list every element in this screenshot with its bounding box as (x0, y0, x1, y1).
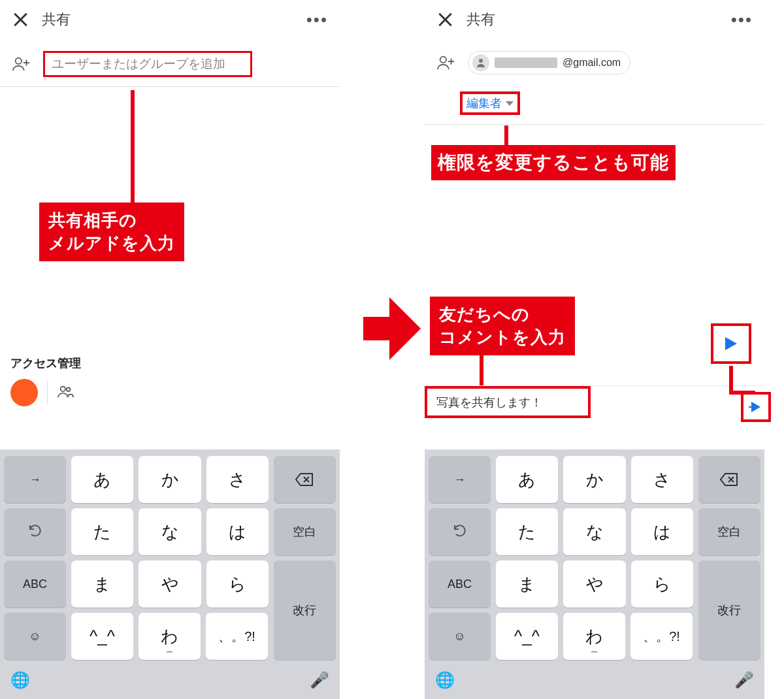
key-na[interactable]: な (139, 508, 201, 555)
key-punct[interactable]: 、。?! (630, 613, 693, 660)
key-return[interactable]: 改行 (698, 561, 760, 660)
header: 共有 ••• (425, 0, 764, 39)
mic-icon[interactable]: 🎤 (310, 671, 329, 689)
key-tab[interactable]: → (429, 456, 491, 503)
key-na[interactable]: な (563, 508, 625, 555)
callout-comment: 友だちへの コメントを入力 (430, 297, 575, 355)
connector-line (729, 366, 733, 392)
globe-icon[interactable]: 🌐 (10, 671, 30, 689)
key-ma[interactable]: ま (71, 561, 133, 608)
redacted-name (495, 57, 557, 68)
key-wa[interactable]: わー (139, 613, 201, 660)
connector-line (504, 125, 508, 145)
key-space[interactable]: 空白 (698, 508, 760, 555)
key-ha[interactable]: は (631, 508, 693, 555)
globe-icon[interactable]: 🌐 (435, 671, 455, 689)
key-emoji[interactable]: ☺ (429, 613, 491, 660)
key-a[interactable]: あ (496, 456, 558, 503)
key-emo-face[interactable]: ^_^ (496, 613, 558, 660)
avatar-icon (472, 54, 489, 71)
recipient-chip[interactable]: @gmail.com (468, 51, 630, 74)
recipient-input[interactable] (52, 57, 244, 71)
add-person-icon (12, 56, 31, 72)
callout-recipient: 共有相手の メルアドを入力 (39, 203, 184, 261)
key-ka[interactable]: か (563, 456, 625, 503)
role-label: 編集者 (466, 95, 502, 111)
svg-point-2 (67, 387, 71, 391)
connector-line (131, 90, 135, 208)
keyboard: → あ か さ た な は 空白 ABC ま や ら 改行 ☺ ^_^ わー 、… (425, 449, 764, 699)
key-delete[interactable] (698, 456, 760, 503)
key-return[interactable]: 改行 (274, 561, 336, 660)
key-sa[interactable]: さ (631, 456, 693, 503)
svg-point-0 (16, 58, 22, 64)
keyboard: → あ か さ た な は 空白 ABC ま や ら 改行 ☺ ^_^ わー 、… (0, 449, 340, 699)
send-button[interactable] (741, 392, 771, 422)
key-emo-face[interactable]: ^_^ (71, 613, 133, 660)
svg-point-1 (61, 387, 65, 391)
key-ya[interactable]: や (139, 561, 201, 608)
recipient-input-outline (43, 51, 252, 77)
message-input-outline (425, 386, 591, 418)
page-title: 共有 (42, 10, 71, 29)
more-icon[interactable]: ••• (306, 10, 328, 30)
key-sa[interactable]: さ (206, 456, 269, 503)
key-tab[interactable]: → (4, 456, 66, 503)
key-abc[interactable]: ABC (4, 561, 66, 608)
access-row (10, 379, 74, 406)
key-ta[interactable]: た (496, 508, 558, 555)
flow-arrow-icon (363, 297, 422, 360)
avatar[interactable] (10, 379, 38, 406)
access-heading: アクセス管理 (10, 355, 81, 371)
message-row (425, 385, 764, 418)
key-emoji[interactable]: ☺ (4, 613, 66, 660)
close-icon[interactable] (436, 11, 453, 28)
key-ya[interactable]: や (563, 561, 625, 608)
send-button-highlight (711, 323, 751, 364)
add-person-row (0, 39, 340, 87)
divider (47, 381, 48, 404)
role-dropdown[interactable]: 編集者 (460, 91, 520, 115)
send-icon[interactable] (725, 337, 737, 350)
left-pane: 共有 ••• 共有相手の メルアドを入力 アクセス管理 → あ か さ た (0, 0, 340, 699)
svg-point-3 (440, 57, 446, 63)
key-ha[interactable]: は (206, 508, 269, 555)
connector-line (480, 353, 483, 387)
chip-domain: @gmail.com (563, 57, 621, 69)
key-wa[interactable]: わー (563, 613, 625, 660)
key-ra[interactable]: ら (206, 561, 269, 608)
key-ka[interactable]: か (139, 456, 201, 503)
key-abc[interactable]: ABC (429, 561, 491, 608)
key-space[interactable]: 空白 (274, 508, 336, 555)
more-icon[interactable]: ••• (731, 10, 753, 30)
header: 共有 ••• (0, 0, 340, 39)
key-ma[interactable]: ま (496, 561, 558, 608)
close-icon[interactable] (12, 11, 29, 28)
key-a[interactable]: あ (71, 456, 133, 503)
key-undo[interactable] (429, 508, 491, 555)
key-delete[interactable] (274, 456, 336, 503)
page-title: 共有 (466, 10, 495, 29)
message-input[interactable] (436, 395, 579, 409)
key-ra[interactable]: ら (631, 561, 693, 608)
mic-icon[interactable]: 🎤 (734, 671, 754, 689)
key-punct[interactable]: 、。?! (206, 613, 268, 660)
chevron-down-icon (506, 101, 514, 106)
send-icon (751, 402, 760, 412)
add-person-row: @gmail.com (425, 39, 764, 84)
key-ta[interactable]: た (71, 508, 133, 555)
group-icon[interactable] (57, 384, 74, 401)
callout-role: 権限を変更することも可能 (431, 145, 676, 180)
add-person-icon (436, 55, 456, 71)
key-undo[interactable] (4, 508, 66, 555)
svg-point-4 (479, 59, 483, 63)
